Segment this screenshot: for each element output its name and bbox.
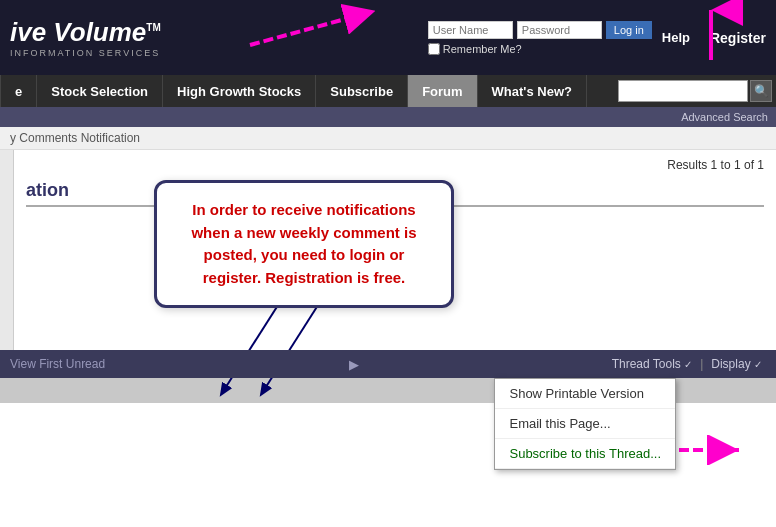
dropdown-menu: Show Printable Version Email this Page..… (494, 378, 676, 470)
navbar: e Stock Selection High Growth Stocks Sub… (0, 75, 776, 107)
nav-item-stock-selection[interactable]: Stock Selection (37, 75, 163, 107)
dropdown-item-email[interactable]: Email this Page... (495, 409, 675, 439)
remember-me-checkbox[interactable] (428, 43, 440, 55)
chevron-down-icon: ✓ (684, 359, 692, 370)
nav-item-forum[interactable]: Forum (408, 75, 477, 107)
logo-title: ive VolumeTM (10, 17, 161, 48)
tooltip-text: In order to receive notifications when a… (177, 199, 431, 289)
arrow-to-login-icon (250, 5, 370, 60)
logo: ive VolumeTM INFORMATION SERVICES (10, 17, 161, 58)
nav-search-input[interactable] (618, 80, 748, 102)
chevron-down-icon-2: ✓ (754, 359, 762, 370)
svg-line-1 (250, 15, 360, 45)
arrow-to-register-icon (696, 2, 726, 62)
login-button[interactable]: Log in (606, 21, 652, 39)
nav-item-home[interactable]: e (0, 75, 37, 107)
remember-me-area: Remember Me? (428, 43, 652, 55)
tooltip-box: In order to receive notifications when a… (154, 180, 454, 308)
advanced-search-bar: Advanced Search (0, 107, 776, 127)
nav-item-high-growth[interactable]: High Growth Stocks (163, 75, 316, 107)
display-label: Display (711, 357, 750, 371)
username-input[interactable] (428, 21, 513, 39)
logo-text: ive Volume (10, 17, 146, 47)
login-inputs: Log in (428, 21, 652, 39)
nav-search: 🔍 (618, 80, 776, 102)
dropdown-item-subscribe[interactable]: Subscribe to this Thread... (495, 439, 675, 469)
nav-search-button[interactable]: 🔍 (750, 80, 772, 102)
display-dropdown[interactable]: Display ✓ (703, 357, 770, 371)
sidebar (0, 150, 14, 350)
thread-tools-label: Thread Tools (612, 357, 681, 371)
page-body: Results 1 to 1 of 1 ation In order to re… (14, 150, 776, 350)
thread-tools-dropdown[interactable]: Thread Tools ✓ (604, 357, 701, 371)
thread-toolbar: View First Unread ▶ Thread Tools ✓ | Dis… (0, 350, 776, 378)
logo-tm: TM (146, 22, 160, 33)
logo-subtitle: INFORMATION SERVICES (10, 48, 161, 58)
password-input[interactable] (517, 21, 602, 39)
notification-text: y Comments Notification (10, 131, 140, 145)
login-area: Log in Remember Me? (428, 21, 652, 55)
nav-item-whats-new[interactable]: What's New? (478, 75, 587, 107)
nav-item-subscribe[interactable]: Subscribe (316, 75, 408, 107)
notification-bar: y Comments Notification (0, 127, 776, 150)
dropdown-item-printable[interactable]: Show Printable Version (495, 379, 675, 409)
search-icon: 🔍 (754, 84, 769, 98)
help-link[interactable]: Help (662, 30, 690, 46)
main-area: Results 1 to 1 of 1 ation In order to re… (0, 150, 776, 350)
remember-me-label: Remember Me? (443, 43, 522, 55)
advanced-search-link[interactable]: Advanced Search (681, 111, 768, 123)
header: ive VolumeTM INFORMATION SERVICES Log in… (0, 0, 776, 75)
view-icon: ▶ (349, 357, 359, 372)
results-text: Results 1 to 1 of 1 (26, 158, 764, 172)
view-first-unread-link[interactable]: View First Unread (10, 357, 105, 371)
